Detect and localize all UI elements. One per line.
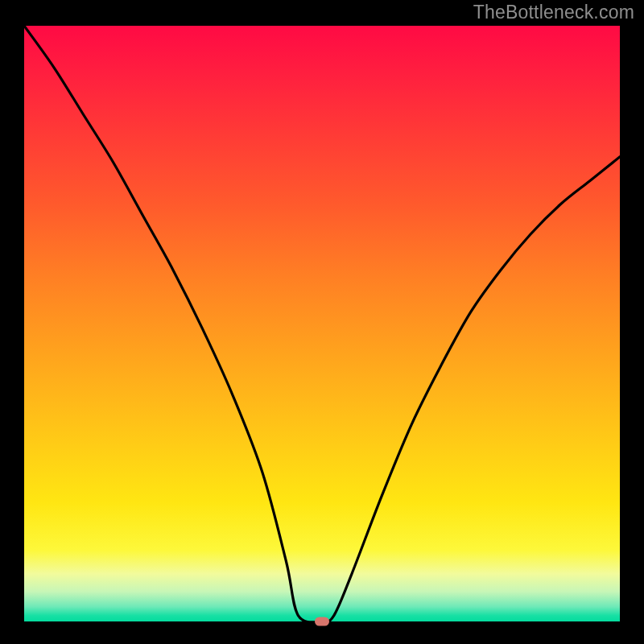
optimum-marker (315, 617, 329, 626)
chart-container: TheBottleneck.com (0, 0, 644, 644)
watermark-text: TheBottleneck.com (473, 2, 634, 23)
bottleneck-curve (24, 26, 620, 621)
plot-area (24, 26, 620, 621)
